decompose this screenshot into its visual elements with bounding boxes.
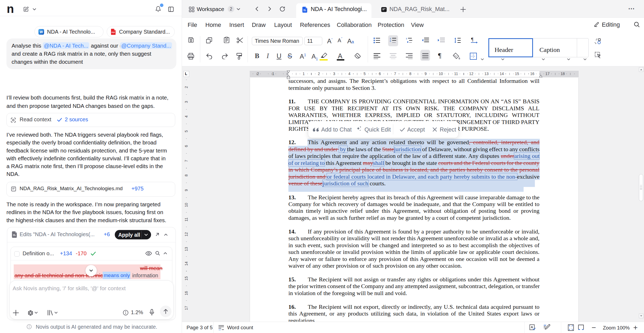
svg-text:¶: ¶	[471, 37, 473, 42]
svg-text:1: 1	[406, 37, 407, 40]
svg-text:12: 12	[219, 328, 221, 331]
svg-text:PDF: PDF	[112, 31, 115, 33]
svg-text:1: 1	[390, 37, 391, 40]
svg-text:2: 2	[390, 40, 391, 42]
svg-text:A: A	[531, 325, 533, 329]
svg-text:W: W	[40, 30, 43, 34]
